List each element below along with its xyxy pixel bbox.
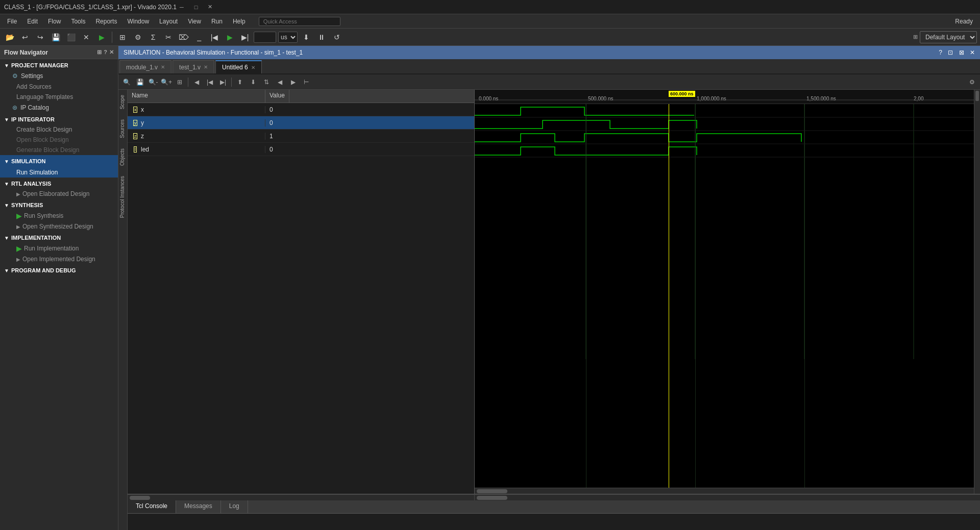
tab-untitled6[interactable]: Untitled 6 ✕ — [215, 60, 262, 73]
wv-prev-marker-btn[interactable]: ◀ — [274, 76, 286, 88]
tab-log[interactable]: Log — [221, 500, 248, 513]
vert-tab-protocol[interactable]: Protocol Instances — [118, 171, 127, 223]
wv-zoom-in-btn[interactable]: 🔍+ — [160, 76, 173, 88]
nav-open-implemented-design[interactable]: ▶ Open Implemented Design — [0, 254, 118, 264]
nav-close-icon[interactable]: ✕ — [109, 49, 114, 56]
wv-settings-btn[interactable]: ⚙ — [966, 76, 978, 88]
section-synthesis[interactable]: ▼ SYNTHESIS — [0, 199, 118, 210]
wv-del-marker-btn[interactable]: ⬇ — [247, 76, 259, 88]
vert-tab-scope[interactable]: Scope — [118, 90, 127, 114]
quick-access-input[interactable] — [259, 17, 340, 26]
nav-create-block-design[interactable]: Create Block Design — [0, 124, 118, 135]
waveform-hscroll[interactable] — [475, 488, 974, 494]
menu-flow[interactable]: Flow — [43, 16, 66, 27]
section-rtl-analysis[interactable]: ▼ RTL ANALYSIS — [0, 178, 118, 189]
wave-hscroll-thumb[interactable] — [477, 496, 507, 500]
close-button2[interactable]: ✕ — [80, 31, 93, 44]
sim-pause[interactable]: ⏸ — [315, 31, 328, 44]
run-button[interactable]: ▶ — [95, 31, 108, 44]
wv-ref-btn[interactable]: ⊢ — [300, 76, 312, 88]
save-button[interactable]: 💾 — [49, 31, 62, 44]
section-implementation[interactable]: ▼ IMPLEMENTATION — [0, 232, 118, 243]
run-unit-select[interactable]: us ns ms — [278, 32, 298, 43]
wv-next-marker-btn[interactable]: ▶ — [287, 76, 299, 88]
menu-view[interactable]: View — [183, 16, 206, 27]
hscroll-thumb[interactable] — [477, 489, 507, 493]
vert-tab-objects[interactable]: Objects — [118, 143, 127, 171]
nav-open-synthesized-design[interactable]: ▶ Open Synthesized Design — [0, 221, 118, 232]
nav-pin-icon[interactable]: ⊞ — [97, 49, 102, 56]
nav-help-icon[interactable]: ? — [104, 49, 107, 56]
nav-open-elaborated-design[interactable]: ▶ Open Elaborated Design — [0, 189, 118, 199]
menu-layout[interactable]: Layout — [154, 16, 183, 27]
signal-row-led[interactable]: l led 0 — [128, 143, 474, 156]
sim-help-icon[interactable]: ? — [939, 49, 942, 56]
sim-maximize-icon[interactable]: ⊠ — [959, 49, 964, 56]
close-button[interactable]: ✕ — [205, 2, 215, 12]
minimize-button[interactable]: ─ — [177, 2, 187, 12]
menu-file[interactable]: File — [2, 16, 22, 27]
save-all-button[interactable]: ⬛ — [64, 31, 78, 44]
maximize-button[interactable]: □ — [191, 2, 201, 12]
vscroll-thumb[interactable] — [975, 91, 979, 101]
nav-add-sources[interactable]: Add Sources — [0, 82, 118, 92]
signal-row-y[interactable]: y y 0 — [128, 116, 474, 130]
tab-module1v[interactable]: module_1.v ✕ — [119, 60, 172, 73]
menu-tools[interactable]: Tools — [66, 16, 90, 27]
wv-prev-edge-btn[interactable]: ◀ — [190, 76, 203, 88]
section-program-debug[interactable]: ▼ PROGRAM AND DEBUG — [0, 264, 118, 275]
undo-button[interactable]: ↩ — [18, 31, 32, 44]
wave-hscroll[interactable] — [475, 495, 980, 500]
vert-tab-sources[interactable]: Sources — [118, 114, 127, 143]
section-simulation[interactable]: ▼ SIMULATION — [0, 155, 118, 167]
wv-zoom-out-btn[interactable]: 🔍- — [147, 76, 159, 88]
tab-untitled6-close[interactable]: ✕ — [251, 65, 255, 70]
layout-select[interactable]: Default Layout — [920, 31, 977, 43]
tab-messages[interactable]: Messages — [176, 500, 221, 513]
nav-language-templates[interactable]: Language Templates — [0, 92, 118, 102]
nav-run-implementation[interactable]: ▶ Run Implementation — [0, 243, 118, 254]
nav-ip-catalog[interactable]: ⊛ IP Catalog — [0, 102, 118, 113]
nav-run-simulation[interactable]: Run Simulation — [0, 167, 118, 178]
wv-fit-btn[interactable]: ⊞ — [174, 76, 186, 88]
sim-btn9[interactable]: ▶| — [238, 31, 252, 44]
sim-btn3[interactable]: Σ — [146, 31, 160, 44]
sim-detach-icon[interactable]: ⊡ — [948, 49, 953, 56]
wv-search-btn[interactable]: 🔍 — [120, 76, 133, 88]
sim-run-all[interactable]: ⬇ — [300, 31, 313, 44]
sim-close-button[interactable]: ? ⊡ ⊠ ✕ — [939, 49, 975, 56]
menu-help[interactable]: Help — [228, 16, 251, 27]
wv-save-btn[interactable]: 💾 — [134, 76, 146, 88]
nav-settings[interactable]: ⚙ Settings — [0, 70, 118, 82]
menu-edit[interactable]: Edit — [22, 16, 43, 27]
waveform-vscroll[interactable] — [974, 90, 980, 494]
sim-btn2[interactable]: ⚙ — [131, 31, 144, 44]
sim-reset[interactable]: ↺ — [330, 31, 344, 44]
run-time-input[interactable]: 10 — [254, 32, 276, 43]
signal-hscroll[interactable] — [128, 495, 475, 500]
section-ip-integrator[interactable]: ▼ IP INTEGRATOR — [0, 113, 118, 124]
signal-row-z[interactable]: z z 1 — [128, 130, 474, 143]
sim-btn1[interactable]: ⊞ — [116, 31, 129, 44]
sim-btn7[interactable]: |◀ — [208, 31, 221, 44]
wv-add-marker-btn[interactable]: ⬆ — [234, 76, 246, 88]
signal-hscroll-thumb[interactable] — [130, 496, 150, 500]
section-project-manager[interactable]: ▼ PROJECT MANAGER — [0, 59, 118, 70]
menu-run[interactable]: Run — [206, 16, 228, 27]
tab-tcl-console[interactable]: Tcl Console — [128, 500, 176, 513]
wv-swap-btn[interactable]: ⇅ — [260, 76, 273, 88]
signal-row-x[interactable]: x x 0 — [128, 103, 474, 116]
open-button[interactable]: 📂 — [3, 31, 16, 44]
sim-btn8[interactable]: ▶ — [223, 31, 236, 44]
sim-btn6[interactable]: ⎯ — [192, 31, 206, 44]
wv-goto-start-btn[interactable]: |◀ — [204, 76, 216, 88]
wv-next-edge-btn[interactable]: ▶| — [217, 76, 229, 88]
menu-reports[interactable]: Reports — [90, 16, 122, 27]
sim-btn4[interactable]: ✂ — [162, 31, 175, 44]
redo-button[interactable]: ↪ — [34, 31, 47, 44]
sim-close-x-icon[interactable]: ✕ — [970, 49, 975, 56]
tab-module1v-close[interactable]: ✕ — [161, 64, 165, 70]
tab-test1v[interactable]: test_1.v ✕ — [173, 60, 214, 73]
sim-btn5[interactable]: ⌦ — [177, 31, 190, 44]
tab-test1v-close[interactable]: ✕ — [204, 64, 208, 70]
